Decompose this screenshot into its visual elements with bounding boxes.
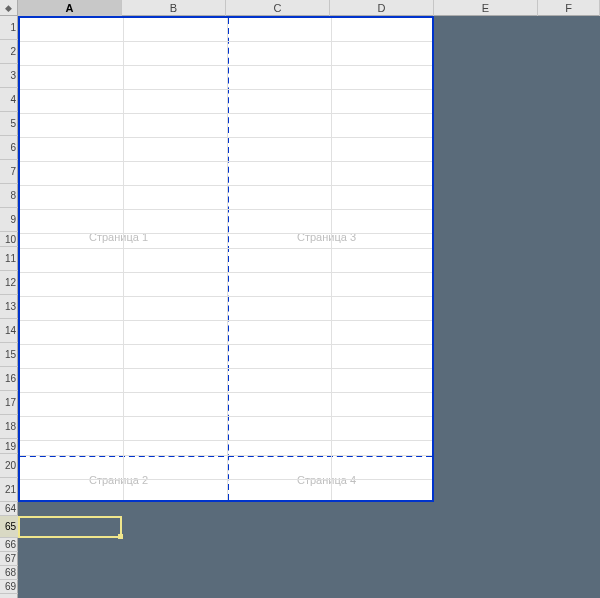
row-header-14[interactable]: 14: [0, 319, 18, 343]
row-header-66[interactable]: 66: [0, 538, 18, 552]
row-header-67[interactable]: 67: [0, 552, 18, 566]
row-header-68[interactable]: 68: [0, 566, 18, 580]
row-header-7[interactable]: 7: [0, 160, 18, 184]
sheet-area[interactable]: Страница 1 Страница 3 Страница 2 Страниц…: [18, 16, 600, 598]
select-all-corner[interactable]: ◆: [0, 0, 18, 16]
gridline-row: [20, 209, 432, 210]
corner-icon: ◆: [5, 3, 12, 13]
row-header-5[interactable]: 5: [0, 112, 18, 136]
column-header-E[interactable]: E: [434, 0, 538, 16]
gridline-col: [227, 18, 228, 500]
row-header-16[interactable]: 16: [0, 367, 18, 391]
gridline-row: [20, 137, 432, 138]
row-headers: 1234567891011121314151617181920216465666…: [0, 16, 18, 598]
row-header-9[interactable]: 9: [0, 208, 18, 232]
gridline-row: [20, 416, 432, 417]
row-header-10[interactable]: 10: [0, 232, 18, 247]
gridline-row: [20, 455, 432, 456]
row-header-8[interactable]: 8: [0, 184, 18, 208]
gridline-row: [20, 233, 432, 234]
row-header-6[interactable]: 6: [0, 136, 18, 160]
row-header-3[interactable]: 3: [0, 64, 18, 88]
gridline-row: [20, 344, 432, 345]
gridline-col: [123, 18, 124, 500]
gridline-row: [20, 89, 432, 90]
column-header-B[interactable]: B: [122, 0, 226, 16]
row-header-64[interactable]: 64: [0, 502, 18, 516]
column-header-A[interactable]: A: [18, 0, 122, 16]
active-cell[interactable]: [18, 516, 122, 538]
row-header-19[interactable]: 19: [0, 439, 18, 454]
gridline-row: [20, 368, 432, 369]
row-header-15[interactable]: 15: [0, 343, 18, 367]
row-header-21[interactable]: 21: [0, 478, 18, 502]
gridline-row: [20, 113, 432, 114]
row-header-18[interactable]: 18: [0, 415, 18, 439]
gridline-row: [20, 479, 432, 480]
row-header-11[interactable]: 11: [0, 247, 18, 271]
column-headers: ABCDEF: [18, 0, 600, 16]
row-header-2[interactable]: 2: [0, 40, 18, 64]
row-header-1[interactable]: 1: [0, 16, 18, 40]
page-watermark-2: Страница 2: [89, 474, 148, 486]
row-header-13[interactable]: 13: [0, 295, 18, 319]
column-header-C[interactable]: C: [226, 0, 330, 16]
gridline-row: [20, 440, 432, 441]
gridline-row: [20, 320, 432, 321]
row-header-12[interactable]: 12: [0, 271, 18, 295]
column-header-D[interactable]: D: [330, 0, 434, 16]
row-header-69[interactable]: 69: [0, 580, 18, 594]
gridline-row: [20, 296, 432, 297]
row-header-17[interactable]: 17: [0, 391, 18, 415]
gridline-row: [20, 161, 432, 162]
gridline-col: [331, 18, 332, 500]
spreadsheet-grid: ◆ ABCDEF 1234567891011121314151617181920…: [0, 0, 600, 598]
page-watermark-4: Страница 4: [297, 474, 356, 486]
row-header-4[interactable]: 4: [0, 88, 18, 112]
column-header-F[interactable]: F: [538, 0, 600, 16]
row-header-20[interactable]: 20: [0, 454, 18, 478]
row-header-65[interactable]: 65: [0, 516, 18, 538]
gridline-row: [20, 41, 432, 42]
gridline-row: [20, 392, 432, 393]
gridline-row: [20, 65, 432, 66]
gridline-row: [20, 272, 432, 273]
gridline-row: [20, 185, 432, 186]
gridline-row: [20, 248, 432, 249]
print-area: Страница 1 Страница 3 Страница 2 Страниц…: [18, 16, 434, 502]
